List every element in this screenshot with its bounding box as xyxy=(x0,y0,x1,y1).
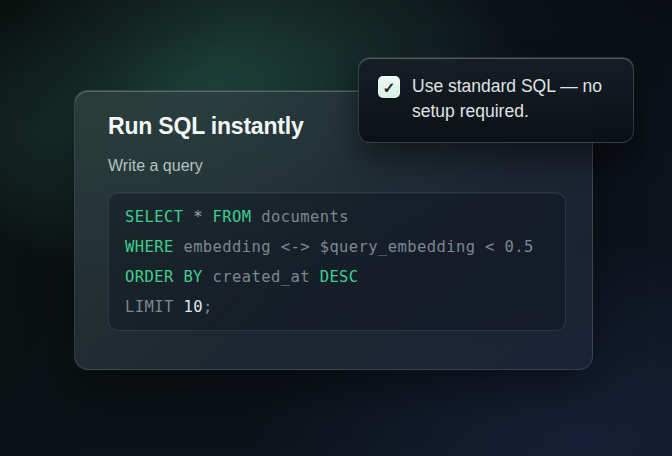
sql-identifier: embedding <-> $query_embedding < 0.5 xyxy=(174,238,534,256)
sql-identifier: LIMIT xyxy=(125,298,183,316)
code-line: SELECT * FROM documents xyxy=(125,202,549,232)
code-line: LIMIT 10; xyxy=(125,292,549,322)
sql-identifier: ; xyxy=(203,298,213,316)
sql-identifier: documents xyxy=(252,208,349,226)
background: Run SQL instantly Write a query SELECT *… xyxy=(0,0,672,456)
sql-operator: * xyxy=(183,208,212,226)
callout-label: Use standard SQL — no setup required. xyxy=(412,74,615,124)
sql-keyword: SELECT xyxy=(125,208,183,226)
standard-sql-callout: ✓ Use standard SQL — no setup required. xyxy=(358,57,634,143)
sql-query-editor[interactable]: SELECT * FROM documents WHERE embedding … xyxy=(108,192,566,331)
code-line: WHERE embedding <-> $query_embedding < 0… xyxy=(125,232,549,262)
sql-keyword: DESC xyxy=(320,268,359,286)
code-line: ORDER BY created_at DESC xyxy=(125,262,549,292)
sql-keyword: ORDER BY xyxy=(125,268,203,286)
sql-number: 10 xyxy=(183,298,202,316)
sql-keyword: FROM xyxy=(213,208,252,226)
sql-keyword: WHERE xyxy=(125,238,174,256)
checkmark-icon: ✓ xyxy=(383,80,396,95)
checkbox-checked[interactable]: ✓ xyxy=(378,76,400,98)
query-editor-label: Write a query xyxy=(108,157,559,175)
sql-identifier: created_at xyxy=(203,268,320,286)
